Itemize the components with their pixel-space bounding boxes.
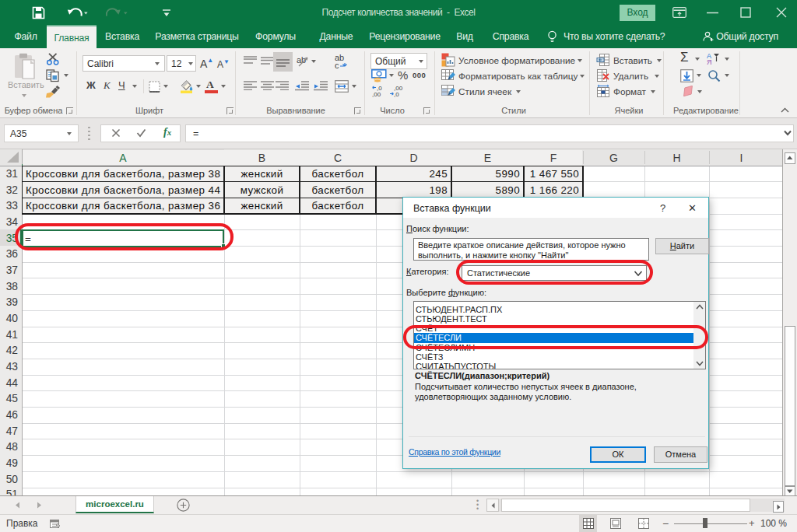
svg-text:женский: женский [241,168,283,180]
svg-text:33: 33 [6,200,19,212]
svg-text:45: 45 [6,393,19,404]
svg-text:44: 44 [6,377,19,389]
svg-text:1 467 550: 1 467 550 [530,168,579,180]
svg-text:женский: женский [241,200,283,212]
svg-text:мужской: мужской [241,184,284,196]
svg-text:5990: 5990 [496,168,520,180]
svg-text:40: 40 [6,313,19,324]
svg-text:32: 32 [6,184,18,196]
svg-text:50: 50 [6,474,19,485]
svg-text:B: B [258,152,265,164]
svg-text:36: 36 [6,248,19,260]
svg-text:I: I [740,152,743,164]
svg-text:49: 49 [6,457,19,469]
svg-text:c: c [335,61,339,69]
svg-text:5890: 5890 [496,184,520,196]
svg-text:38: 38 [6,281,19,292]
svg-text:41: 41 [6,329,18,341]
svg-text:37: 37 [6,264,18,276]
svg-text:C: C [334,152,342,164]
svg-text:G: G [609,152,618,164]
svg-text:A: A [119,152,127,164]
svg-text:Кроссовки для баскетбола, разм: Кроссовки для баскетбола, размер 36 [26,200,220,212]
svg-text:39: 39 [6,296,19,308]
svg-text:Я: Я [707,58,712,65]
svg-text:баскетбол: баскетбол [312,168,364,180]
svg-text:47: 47 [6,425,18,437]
svg-text:E: E [484,152,491,164]
svg-text:48: 48 [6,441,19,453]
svg-text:43: 43 [6,361,19,373]
svg-text:1 166 220: 1 166 220 [530,184,579,196]
svg-text:D: D [409,152,417,164]
svg-text:баскетбол: баскетбол [312,184,364,196]
svg-text:31: 31 [6,168,18,180]
svg-text:H: H [672,152,680,164]
svg-text:Кроссовки для баскетбола, разм: Кроссовки для баскетбола, размер 38 [26,168,220,180]
svg-text:F: F [550,152,557,164]
svg-text:Кроссовки для баскетбола, разм: Кроссовки для баскетбола, размер 44 [26,184,220,196]
svg-text:198: 198 [429,184,448,196]
svg-text:46: 46 [6,409,19,421]
svg-text:245: 245 [429,168,448,180]
svg-text:34: 34 [6,216,19,228]
svg-text:,00: ,00 [372,91,381,97]
svg-text:,0: ,0 [394,91,399,97]
svg-text:42: 42 [6,345,18,356]
svg-text:баскетбол: баскетбол [312,200,364,212]
